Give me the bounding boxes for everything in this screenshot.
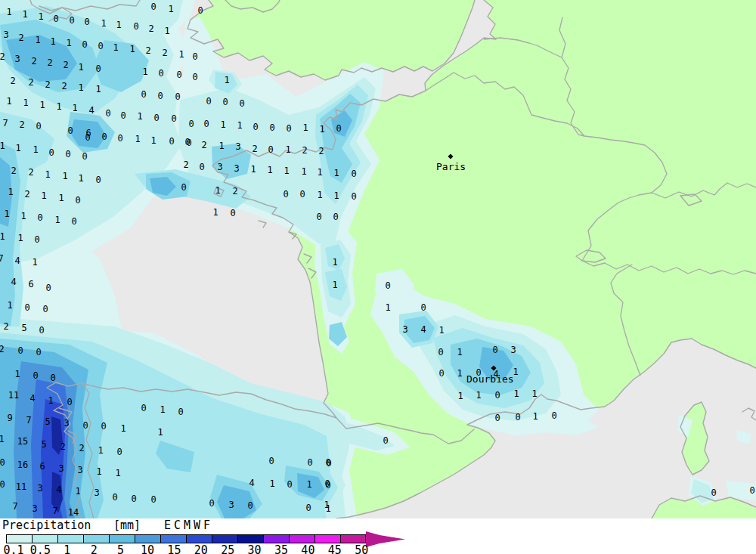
precipitation-map: [0, 0, 756, 518]
legend-cell: [212, 534, 237, 543]
legend-tick-label: 20: [194, 543, 208, 554]
legend-tick-label: 2: [91, 543, 98, 554]
city-label: Dourbies: [466, 374, 514, 384]
legend-tick-label: 1: [64, 543, 70, 554]
legend-tick-label: 25: [221, 543, 234, 554]
legend-title: Precipitation: [2, 519, 91, 531]
legend-tick-label: 50: [355, 543, 368, 554]
legend-tick-label: 30: [248, 543, 262, 554]
legend-tick-label: 45: [328, 543, 342, 554]
legend-cell: [340, 534, 366, 543]
legend-cell: [314, 534, 340, 543]
legend-tick-label: 15: [167, 543, 181, 554]
legend-tick-label: 0.1: [3, 543, 23, 554]
legend-tick-label: 10: [141, 543, 154, 554]
legend-cell: [6, 534, 32, 543]
legend-tick-label: 35: [274, 543, 288, 554]
legend-colorbar: [6, 534, 366, 543]
legend-cell: [83, 534, 109, 543]
city-label: Paris: [436, 162, 466, 172]
legend-cell: [237, 534, 263, 543]
legend-cell: [57, 534, 83, 543]
legend-tick-label: 40: [301, 543, 314, 554]
legend-cell: [186, 534, 212, 543]
legend-overflow-arrow: [366, 529, 408, 549]
legend-tick-label: 5: [117, 543, 124, 554]
legend-cell: [32, 534, 57, 543]
legend-cell: [135, 534, 160, 543]
legend-tick-label: 0.5: [30, 543, 51, 554]
legend-units: [mm]: [113, 519, 141, 531]
legend-model: ECMWF: [164, 519, 213, 531]
legend-cell: [289, 534, 314, 543]
legend-cell: [160, 534, 186, 543]
legend-cell: [263, 534, 289, 543]
weather-map-page: 0111100011021321110011221232221010022221…: [0, 0, 756, 554]
map-pane: 0111100011021321110011221232221010022221…: [0, 0, 756, 518]
legend-cell: [109, 534, 135, 543]
